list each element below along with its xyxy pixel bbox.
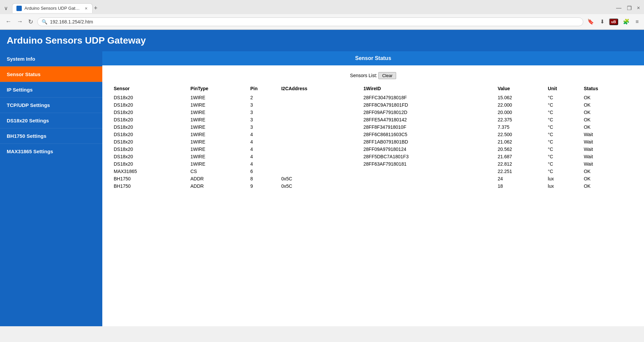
table-cell-11-2: 8 — [250, 175, 281, 182]
sidebar-item-max31865-settings[interactable]: MAX31865 Settings — [0, 144, 102, 159]
sidebar-item-tcp-udp-settings-label: TCP/UDP Settings — [7, 102, 50, 108]
table-cell-6-0: DS18x20 — [112, 138, 191, 146]
table-cell-9-4: 28FF63AF79180181 — [364, 160, 498, 168]
more-tabs-button[interactable]: ∨ — [3, 4, 9, 13]
table-cell-7-4: 28FF09A979180124 — [364, 146, 498, 153]
table-cell-0-2: 2 — [250, 94, 281, 101]
sidebar-item-sensor-status[interactable]: Sensor Status — [0, 66, 102, 82]
table-cell-8-6: °C — [548, 153, 584, 160]
tab-favicon — [16, 6, 22, 11]
ublock-icon[interactable]: uB — [609, 18, 618, 25]
table-cell-12-2: 9 — [250, 182, 281, 190]
url-bar[interactable]: 🔍 192.168.1.254/2.htm — [37, 17, 583, 26]
col-header-value: Value — [498, 84, 548, 94]
table-cell-11-5: 24 — [498, 175, 548, 182]
table-cell-5-3 — [281, 131, 363, 138]
extensions-icon[interactable]: 🧩 — [622, 17, 631, 26]
clear-button[interactable]: Clear — [378, 72, 396, 79]
table-cell-3-6: °C — [548, 116, 584, 123]
table-cell-4-2: 3 — [250, 123, 281, 131]
table-cell-2-0: DS18x20 — [112, 109, 191, 116]
table-header: Sensor PinType Pin I2CAddress 1WireID Va… — [112, 84, 634, 94]
table-cell-5-0: DS18x20 — [112, 131, 191, 138]
table-cell-6-4: 28FF1AB0791801BD — [364, 138, 498, 146]
sidebar: System Info Sensor Status IP Settings TC… — [0, 51, 102, 326]
table-cell-0-1: 1WIRE — [191, 94, 251, 101]
tab-close-button[interactable]: × — [84, 6, 88, 11]
table-row: BH1750ADDR90x5C18luxOK — [112, 182, 634, 190]
sidebar-item-ip-settings[interactable]: IP Settings — [0, 82, 102, 97]
table-cell-10-0: MAX31865 — [112, 168, 191, 175]
table-cell-1-3 — [281, 101, 363, 109]
col-header-unit: Unit — [548, 84, 584, 94]
table-cell-9-6: °C — [548, 160, 584, 168]
table-cell-5-7: Wait — [584, 131, 634, 138]
col-header-1wireid: 1WireID — [364, 84, 498, 94]
table-row: BH1750ADDR80x5C24luxOK — [112, 175, 634, 182]
browser-chrome: ∨ Arduino Sensors UDP Gateway × + — ❐ × … — [0, 0, 644, 30]
table-cell-10-1: CS — [191, 168, 251, 175]
app-header: Arduino Sensors UDP Gateway — [0, 30, 644, 51]
main-content: Sensor Status Sensors List: Clear Sensor… — [102, 51, 644, 326]
sidebar-item-bh1750-settings-label: BH1750 Settings — [7, 133, 46, 139]
table-cell-5-2: 4 — [250, 131, 281, 138]
sidebar-item-tcp-udp-settings[interactable]: TCP/UDP Settings — [0, 97, 102, 113]
table-cell-4-6: °C — [548, 123, 584, 131]
reload-button[interactable]: ↻ — [27, 17, 35, 27]
sidebar-item-system-info[interactable]: System Info — [0, 51, 102, 66]
restore-button[interactable]: ❐ — [626, 4, 633, 13]
table-cell-1-7: OK — [584, 101, 634, 109]
table-cell-12-4 — [364, 182, 498, 190]
table-cell-12-5: 18 — [498, 182, 548, 190]
table-cell-8-0: DS18x20 — [112, 153, 191, 160]
table-row: DS18x201WIRE428FF1AB0791801BD21.062°CWai… — [112, 138, 634, 146]
section-header: Sensor Status — [102, 51, 644, 65]
close-button[interactable]: × — [636, 4, 641, 12]
table-cell-0-5: 15.062 — [498, 94, 548, 101]
browser-toolbar-icons: 🔖 ⬇ uB 🧩 ≡ — [586, 17, 640, 26]
table-cell-4-7: OK — [584, 123, 634, 131]
table-cell-8-4: 28FF5DBC7A1801F3 — [364, 153, 498, 160]
browser-tab[interactable]: Arduino Sensors UDP Gateway × — [12, 3, 93, 13]
table-cell-2-6: °C — [548, 109, 584, 116]
new-tab-button[interactable]: + — [94, 5, 98, 12]
table-cell-9-0: DS18x20 — [112, 160, 191, 168]
minimize-button[interactable]: — — [615, 4, 623, 12]
tab-bar: ∨ Arduino Sensors UDP Gateway × + — ❐ × — [0, 0, 644, 14]
table-cell-8-7: Wait — [584, 153, 634, 160]
table-row: DS18x201WIRE428FF5DBC7A1801F321.687°CWai… — [112, 153, 634, 160]
bookmark-icon[interactable]: 🔖 — [586, 17, 595, 26]
tab-title: Arduino Sensors UDP Gateway — [24, 6, 82, 11]
table-row: DS18x201WIRE328FF8F347918010F7.375°COK — [112, 123, 634, 131]
table-cell-8-1: 1WIRE — [191, 153, 251, 160]
table-cell-3-0: DS18x20 — [112, 116, 191, 123]
forward-button[interactable]: → — [15, 17, 24, 26]
table-cell-1-1: 1WIRE — [191, 101, 251, 109]
table-cell-8-2: 4 — [250, 153, 281, 160]
table-cell-0-4: 28FFC304791801​8F — [364, 94, 498, 101]
menu-icon[interactable]: ≡ — [634, 17, 640, 26]
table-cell-7-3 — [281, 146, 363, 153]
sidebar-item-ds18x20-settings[interactable]: DS18x20 Settings — [0, 113, 102, 128]
back-button[interactable]: ← — [4, 17, 13, 26]
download-icon[interactable]: ⬇ — [599, 17, 606, 26]
table-cell-11-1: ADDR — [191, 175, 251, 182]
table-cell-3-7: OK — [584, 116, 634, 123]
table-row: DS18x201WIRE428FF09A97918012420.562°CWai… — [112, 146, 634, 153]
table-cell-9-2: 4 — [250, 160, 281, 168]
table-cell-9-3 — [281, 160, 363, 168]
col-header-status: Status — [584, 84, 634, 94]
table-cell-2-2: 3 — [250, 109, 281, 116]
table-cell-10-2: 6 — [250, 168, 281, 175]
sidebar-item-bh1750-settings[interactable]: BH1750 Settings — [0, 128, 102, 144]
table-cell-10-3 — [281, 168, 363, 175]
table-cell-6-6: °C — [548, 138, 584, 146]
table-cell-1-0: DS18x20 — [112, 101, 191, 109]
table-cell-4-5: 7.375 — [498, 123, 548, 131]
table-cell-11-4 — [364, 175, 498, 182]
table-row: DS18x201WIRE328FF09AF7918012D20.000°COK — [112, 109, 634, 116]
table-cell-5-5: 22.500 — [498, 131, 548, 138]
table-cell-8-5: 21.687 — [498, 153, 548, 160]
table-cell-3-3 — [281, 116, 363, 123]
table-cell-10-4 — [364, 168, 498, 175]
